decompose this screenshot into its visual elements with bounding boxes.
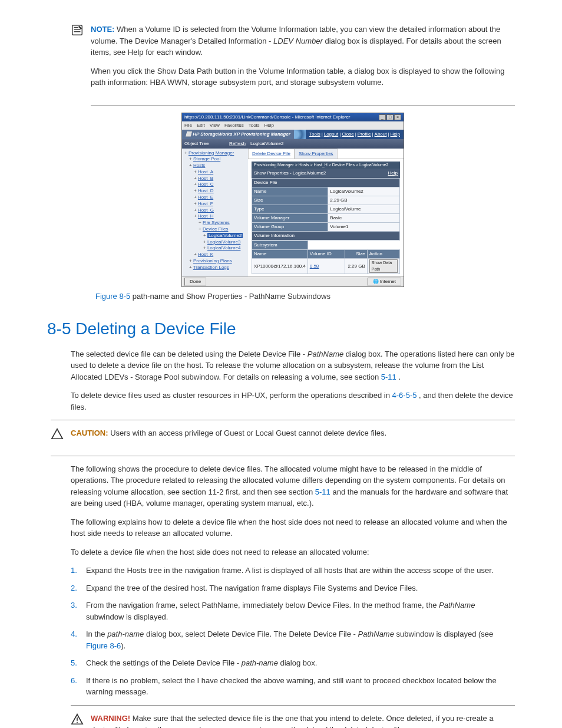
- figure-8-5: https://10.208.111.58:2301/LinkCommand/C…: [71, 113, 515, 302]
- menu-favorites[interactable]: Favorites: [224, 122, 244, 129]
- section-volume-info: Volume Information: [252, 232, 400, 241]
- row-vg-val: Volume1: [328, 223, 400, 232]
- content-header: LogicalVolume2: [248, 139, 404, 149]
- menu-tools[interactable]: Tools: [249, 122, 260, 129]
- panel-title: Show Properties - LogicalVolume2: [254, 170, 326, 177]
- status-bar: Done 🌐 Internet: [182, 276, 404, 286]
- brand-title: HP StorageWorks XP Provisioning Manager: [193, 131, 290, 138]
- table-row: XP10000@172.16.100.4 0.58 2.29 GB Show D…: [252, 259, 400, 274]
- link-close[interactable]: Close: [340, 131, 355, 138]
- divider: [51, 420, 515, 420]
- tree-host-a[interactable]: Host_A: [198, 169, 213, 174]
- tree-logicalvolume4[interactable]: LogicalVolume4: [207, 245, 240, 251]
- brand-swoosh: [294, 130, 306, 139]
- tree-host-d[interactable]: Host_D: [198, 188, 214, 193]
- row-name-key: Name: [252, 187, 328, 196]
- nav-panel: Object Tree Refresh Provisioning Manager…: [182, 139, 248, 277]
- warning-p1: Make sure that the selected device file …: [91, 714, 494, 729]
- step-5: Check the settings of the Delete Device …: [71, 657, 515, 669]
- brand-links: Tools| Logout| Close| Profile| About| He…: [306, 130, 404, 139]
- tree-host-k[interactable]: Host_K: [198, 252, 213, 257]
- nav-tree[interactable]: Provisioning Manager Storage Pool Hosts …: [182, 149, 248, 273]
- menu-file[interactable]: File: [184, 122, 192, 129]
- tree-transaction-logs[interactable]: Transaction Logs: [193, 265, 229, 270]
- svg-point-5: [77, 722, 78, 723]
- tree-host-f[interactable]: Host_F: [198, 201, 213, 206]
- warning-block: WARNING! Make sure that the selected dev…: [71, 713, 515, 729]
- link-logout[interactable]: Logout: [323, 131, 339, 138]
- row-type-key: Type: [252, 205, 328, 214]
- cell-volid-link[interactable]: 0.58: [310, 263, 319, 269]
- menu-help[interactable]: Help: [264, 122, 273, 129]
- status-done: Done: [184, 278, 206, 286]
- cell-size: 2.29 GB: [345, 259, 368, 274]
- tree-provisioning-manager[interactable]: Provisioning Manager: [189, 150, 234, 156]
- row-name-val: LogicalVolume2: [328, 187, 400, 196]
- link-about[interactable]: About: [373, 131, 388, 138]
- tab-delete-device-file[interactable]: Delete Device File: [248, 149, 295, 159]
- tree-host-b[interactable]: Host_B: [198, 176, 213, 181]
- col-subsystem: Subsystem: [252, 241, 308, 250]
- brand-bar: ⬜ HP StorageWorks XP Provisioning Manage…: [182, 130, 404, 139]
- panel-help-link[interactable]: Help: [388, 170, 398, 177]
- note-body: NOTE: When a Volume ID is selected from …: [91, 24, 515, 95]
- tree-provisioning-plans[interactable]: Provisioning Plans: [193, 258, 232, 263]
- xref-5-11b[interactable]: 5-11: [315, 487, 330, 496]
- tree-file-systems[interactable]: File Systems: [203, 220, 230, 225]
- svg-rect-0: [72, 25, 82, 35]
- note-p2: When you click the Show Data Path button…: [91, 65, 515, 88]
- object-tree-label: Object Tree: [184, 140, 209, 147]
- step-1: Expand the Hosts tree in the navigation …: [71, 565, 515, 577]
- tree-logicalvolume3[interactable]: LogicalVolume3: [207, 239, 240, 245]
- tree-host-g[interactable]: Host_G: [198, 207, 214, 213]
- browser-title: https://10.208.111.58:2301/LinkCommand/C…: [184, 114, 351, 121]
- divider: [71, 705, 515, 706]
- col-volid: Volume ID: [308, 250, 345, 259]
- col-size: Size: [345, 250, 368, 259]
- brand-logo-icon: ⬜: [186, 131, 191, 138]
- section-device-file: Device File: [252, 179, 400, 187]
- refresh-link[interactable]: Refresh: [229, 140, 246, 147]
- volume-info-table: Subsystem Name Volume ID Size Action XP1…: [252, 241, 400, 274]
- method-nav: Delete Device File Show Properties: [248, 149, 404, 159]
- link-help[interactable]: Help: [389, 131, 401, 138]
- caution-icon: [51, 427, 67, 446]
- menu-edit[interactable]: Edit: [197, 122, 205, 129]
- tree-device-files[interactable]: Device Files: [203, 226, 229, 232]
- col-action: Action: [367, 250, 399, 259]
- figure-ref[interactable]: Figure 8-5: [95, 292, 130, 301]
- window-buttons[interactable]: _□×: [378, 114, 401, 121]
- show-data-path-button[interactable]: Show Data Path: [369, 259, 398, 273]
- tree-host-h[interactable]: Host_H: [198, 213, 214, 219]
- row-vm-key: Volume Manager: [252, 214, 328, 223]
- tree-host-e[interactable]: Host_E: [198, 195, 213, 200]
- divider: [51, 456, 515, 456]
- figure-caption: Figure 8-5 path-name and Show Properties…: [95, 291, 515, 302]
- xref-5-11[interactable]: 5-11: [381, 373, 396, 381]
- tree-storage-pool[interactable]: Storage Pool: [193, 156, 220, 162]
- figure-caption-text: path-name and Show Properties - PathName…: [130, 292, 330, 301]
- xref-4-6-5-5[interactable]: 4-6-5-5: [392, 391, 417, 400]
- col-name: Name: [252, 250, 308, 259]
- caution-text: Users with an access privilege of Guest …: [110, 429, 386, 437]
- browser-menubar[interactable]: File Edit View Favorites Tools Help: [182, 121, 404, 130]
- link-tools[interactable]: Tools: [308, 131, 322, 138]
- row-vg-key: Volume Group: [252, 223, 328, 232]
- cell-subsystem: XP10000@172.16.100.4: [252, 259, 308, 274]
- tab-show-properties[interactable]: Show Properties: [295, 149, 338, 159]
- link-profile[interactable]: Profile: [356, 131, 372, 138]
- tree-host-c[interactable]: Host_C: [198, 182, 214, 187]
- steps-list: Expand the Hosts tree in the navigation …: [71, 565, 515, 698]
- xref-figure-8-6[interactable]: Figure 8-6: [86, 641, 121, 650]
- step-2: Expand the tree of the desired host. The…: [71, 582, 515, 594]
- row-size-key: Size: [252, 196, 328, 205]
- tree-logicalvolume2[interactable]: LogicalVolume2: [207, 233, 243, 238]
- menu-view[interactable]: View: [210, 122, 220, 129]
- section-p2: To delete device files used as cluster r…: [71, 390, 515, 413]
- tree-hosts[interactable]: Hosts: [193, 163, 205, 168]
- step-3: From the navigation frame, select PathNa…: [71, 599, 515, 622]
- breadcrumb: Provisioning Manager > Hosts > Host_H > …: [252, 162, 400, 169]
- body2-p3: To delete a device file when the host si…: [71, 546, 515, 558]
- note-block: NOTE: When a Volume ID is selected from …: [71, 24, 515, 95]
- properties-table: Device File NameLogicalVolume2 Size2.29 …: [252, 178, 400, 241]
